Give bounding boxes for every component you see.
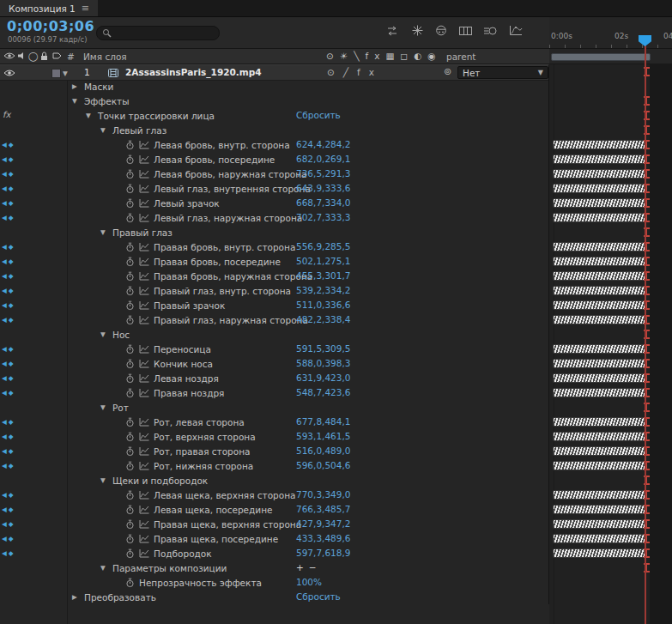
property-name[interactable]: Левый глаз, наружная сторона bbox=[154, 213, 302, 223]
property-value[interactable]: 502,1,275,1 bbox=[296, 256, 350, 266]
keyframes-strip[interactable] bbox=[554, 272, 645, 280]
motion-blur-icon[interactable] bbox=[484, 26, 497, 36]
property-name[interactable]: Левая бровь, внутр. сторона bbox=[154, 140, 290, 150]
work-area-bar[interactable] bbox=[551, 53, 651, 61]
property-name[interactable]: Левая щека, посередине bbox=[154, 505, 273, 515]
property-name[interactable]: Правый глаз, наружная сторона bbox=[154, 315, 308, 325]
keyframes-strip[interactable] bbox=[554, 257, 645, 265]
current-timecode[interactable]: 0;00;03;06 bbox=[7, 18, 94, 34]
property-name[interactable]: Левый зрачок bbox=[154, 198, 220, 209]
property-name[interactable]: Рот, левая сторона bbox=[154, 417, 245, 427]
keyframes-strip[interactable] bbox=[554, 199, 645, 207]
property-value[interactable]: 593,1,461,5 bbox=[296, 431, 350, 441]
group-row[interactable]: ▶ПреобразоватьСбросить bbox=[0, 590, 672, 604]
group-row[interactable]: ▼Левый глаз bbox=[0, 123, 672, 137]
keyframe-navigator[interactable]: ◀◆ bbox=[2, 444, 14, 458]
property-row[interactable]: ◀◆Левая бровь, наружная сторона736,5,291… bbox=[0, 167, 672, 181]
previous-keyframe-icon[interactable]: ◀ bbox=[2, 287, 7, 294]
graph-icon[interactable] bbox=[139, 490, 149, 500]
property-row[interactable]: ◀◆Подбородок597,7,618,9 bbox=[0, 546, 672, 560]
reset-link[interactable]: Сбросить bbox=[296, 591, 341, 602]
property-row[interactable]: ◀◆Рот, правая сторона516,0,489,0 bbox=[0, 444, 672, 458]
keyframe-navigator[interactable]: ◀◆ bbox=[2, 458, 14, 473]
keyframe-diamond-icon[interactable]: ◆ bbox=[9, 199, 14, 207]
keyframes-strip[interactable] bbox=[554, 214, 645, 221]
keyframe-navigator[interactable]: ◀◆ bbox=[2, 152, 14, 167]
stopwatch-icon[interactable] bbox=[125, 315, 135, 325]
graph-icon[interactable] bbox=[139, 373, 149, 383]
property-name[interactable]: Левая щека, верхняя сторона bbox=[154, 490, 296, 500]
stopwatch-icon[interactable] bbox=[125, 490, 135, 500]
layer-visibility-eye-icon[interactable] bbox=[3, 69, 15, 77]
property-row[interactable]: ◀◆Правая щека, верхняя сторона427,9,347,… bbox=[0, 517, 672, 531]
property-name[interactable]: Правая бровь, посередине bbox=[154, 257, 281, 267]
previous-keyframe-icon[interactable]: ◀ bbox=[2, 520, 7, 528]
keyframe-diamond-icon[interactable]: ◆ bbox=[9, 141, 14, 148]
group-row[interactable]: ▼Правый глаз bbox=[0, 225, 672, 239]
composition-tab[interactable]: Композиция 1 ≡ bbox=[0, 0, 98, 16]
reset-link[interactable]: Сбросить bbox=[296, 110, 341, 120]
property-name[interactable]: Рот, нижняя сторона bbox=[154, 461, 253, 471]
previous-keyframe-icon[interactable]: ◀ bbox=[2, 199, 7, 207]
graph-icon[interactable] bbox=[139, 344, 149, 354]
shy-layers-icon[interactable] bbox=[435, 25, 447, 36]
previous-keyframe-icon[interactable]: ◀ bbox=[2, 491, 7, 499]
property-name[interactable]: Правая бровь, наружная сторона bbox=[154, 271, 312, 282]
property-name[interactable]: Рот, верхняя сторона bbox=[154, 432, 256, 442]
property-value[interactable]: 631,9,423,0 bbox=[296, 373, 350, 383]
panel-menu-icon[interactable]: ≡ bbox=[82, 3, 89, 14]
stopwatch-icon[interactable] bbox=[125, 578, 135, 588]
group-name[interactable]: Нос bbox=[112, 330, 130, 340]
stopwatch-icon[interactable] bbox=[125, 300, 135, 311]
property-name[interactable]: Правый зрачок bbox=[154, 300, 225, 311]
group-name[interactable]: Левый глаз bbox=[112, 125, 166, 136]
property-row[interactable]: ◀◆Левая ноздря631,9,423,0 bbox=[0, 371, 672, 385]
keyframe-navigator[interactable]: ◀◆ bbox=[2, 531, 14, 546]
property-value[interactable]: 427,9,347,2 bbox=[296, 518, 350, 529]
property-value[interactable]: 596,0,504,6 bbox=[296, 460, 350, 470]
previous-keyframe-icon[interactable]: ◀ bbox=[2, 462, 7, 470]
graph-icon[interactable] bbox=[139, 461, 149, 470]
keyframes-strip[interactable] bbox=[554, 155, 645, 163]
property-row[interactable]: ◀◆Левая щека, верхняя сторона770,3,349,0 bbox=[0, 488, 672, 502]
disclosure-triangle[interactable]: ▼ bbox=[100, 228, 108, 236]
property-row[interactable]: Непрозрачность эффекта100% bbox=[0, 575, 672, 590]
search-input[interactable] bbox=[116, 27, 214, 39]
stopwatch-icon[interactable] bbox=[125, 432, 135, 442]
group-name[interactable]: Точки трассировки лица bbox=[98, 111, 215, 121]
property-value[interactable]: 591,5,309,5 bbox=[296, 343, 350, 354]
keyframe-navigator[interactable]: ◀◆ bbox=[2, 269, 14, 283]
property-value[interactable]: 643,9,333,6 bbox=[296, 183, 350, 193]
previous-keyframe-icon[interactable]: ◀ bbox=[2, 257, 7, 265]
graph-icon[interactable] bbox=[139, 534, 149, 543]
stopwatch-icon[interactable] bbox=[125, 548, 135, 559]
graph-icon[interactable] bbox=[139, 286, 149, 295]
graph-icon[interactable] bbox=[139, 519, 149, 529]
graph-icon[interactable] bbox=[139, 315, 149, 324]
keyframes-strip[interactable] bbox=[554, 170, 645, 178]
remove-param-button[interactable]: − bbox=[309, 562, 317, 573]
group-name[interactable]: Параметры композиции bbox=[112, 563, 227, 573]
property-name[interactable]: Правая ноздря bbox=[154, 388, 224, 398]
graph-icon[interactable] bbox=[139, 300, 149, 310]
stopwatch-icon[interactable] bbox=[125, 519, 135, 530]
keyframe-diamond-icon[interactable]: ◆ bbox=[9, 316, 14, 324]
layer-label-color-swatch[interactable] bbox=[51, 69, 61, 78]
add-param-button[interactable]: + bbox=[296, 562, 304, 573]
property-value[interactable]: 588,0,398,3 bbox=[296, 358, 350, 368]
stopwatch-icon[interactable] bbox=[125, 198, 135, 209]
previous-keyframe-icon[interactable]: ◀ bbox=[2, 345, 7, 353]
graph-icon[interactable] bbox=[139, 548, 149, 558]
property-row[interactable]: ◀◆Левая бровь, внутр. сторона624,4,284,2 bbox=[0, 137, 672, 152]
keyframes-strip[interactable] bbox=[554, 374, 645, 382]
group-row[interactable]: ▶Маски bbox=[0, 79, 672, 94]
stopwatch-icon[interactable] bbox=[125, 140, 135, 150]
keyframe-diamond-icon[interactable]: ◆ bbox=[9, 447, 14, 455]
keyframe-navigator[interactable]: ◀◆ bbox=[2, 254, 14, 269]
group-name[interactable]: Щеки и подбородок bbox=[112, 476, 208, 486]
property-row[interactable]: ◀◆Левая бровь, посередине682,0,269,1 bbox=[0, 152, 672, 167]
layer-row[interactable]: ▼ 1 2AssassinsParis_1920.mp4 ⊙╱fx ⊚ Нет … bbox=[0, 64, 672, 79]
stopwatch-icon[interactable] bbox=[125, 534, 135, 544]
keyframe-diamond-icon[interactable]: ◆ bbox=[9, 418, 14, 426]
keyframe-diamond-icon[interactable]: ◆ bbox=[9, 491, 14, 499]
